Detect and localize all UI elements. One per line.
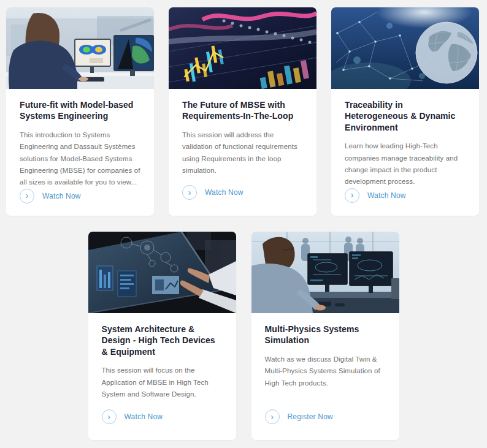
card-row-2: System Architecture & Design - High Tech… [0,232,487,440]
card-description: This session will focus on the Applicati… [102,365,223,400]
card-body: Future-fit with Model-based Systems Engi… [6,89,154,216]
card-body: System Architecture & Design - High Tech… [88,313,236,440]
card-image-workstation [6,7,154,89]
card-description: Learn how leading High-Tech companies ma… [345,140,466,188]
watch-now-link[interactable]: › Watch Now [102,409,223,424]
card-image-touchscreen [88,232,236,313]
chevron-right-icon: › [26,191,29,200]
webinar-card: System Architecture & Design - High Tech… [88,232,236,440]
arrow-circle-icon: › [20,189,34,203]
chevron-right-icon: › [270,412,274,421]
card-title: System Architecture & Design - High Tech… [102,324,223,357]
watch-now-link[interactable]: › Watch Now [182,185,303,200]
cta-label: Watch Now [367,191,406,200]
cta-label: Watch Now [42,192,81,200]
webinar-card: The Future of MBSE with Requirements-In-… [169,7,316,216]
webinar-card-grid: Future-fit with Model-based Systems Engi… [0,0,487,440]
card-body: Multi-Physics Systems Simulation Watch a… [251,313,399,440]
chevron-right-icon: › [188,188,191,197]
chevron-right-icon: › [107,412,110,421]
cta-label: Watch Now [205,188,244,197]
arrow-circle-icon: › [102,409,117,424]
card-body: Traceability in Heterogeneous & Dynamic … [331,89,479,216]
card-image-globe-network [331,7,479,89]
card-row-1: Future-fit with Model-based Systems Engi… [6,7,487,216]
card-body: The Future of MBSE with Requirements-In-… [169,89,316,216]
card-description: This session will address the validation… [182,129,303,177]
card-title: Traceability in Heterogeneous & Dynamic … [345,99,466,133]
chevron-right-icon: › [351,191,354,199]
arrow-circle-icon: › [345,188,359,203]
arrow-circle-icon: › [182,185,197,200]
cta-label: Watch Now [125,412,163,421]
cta-label: Register Now [288,412,333,421]
webinar-card: Future-fit with Model-based Systems Engi… [6,7,154,216]
card-title: Future-fit with Model-based Systems Engi… [20,99,140,122]
card-image-engineer-monitors [251,232,399,313]
watch-now-link[interactable]: › Watch Now [20,189,140,203]
webinar-card: Multi-Physics Systems Simulation Watch a… [251,232,399,440]
card-image-data-charts [169,7,316,89]
register-now-link[interactable]: › Register Now [265,409,386,424]
webinar-card: Traceability in Heterogeneous & Dynamic … [331,7,479,216]
card-description: Watch as we discuss Digital Twin & Multi… [265,354,386,389]
card-description: This introduction to Systems Engineering… [20,129,140,189]
arrow-circle-icon: › [265,409,280,424]
card-title: Multi-Physics Systems Simulation [265,324,386,346]
card-title: The Future of MBSE with Requirements-In-… [182,99,303,122]
watch-now-link[interactable]: › Watch Now [345,188,466,203]
